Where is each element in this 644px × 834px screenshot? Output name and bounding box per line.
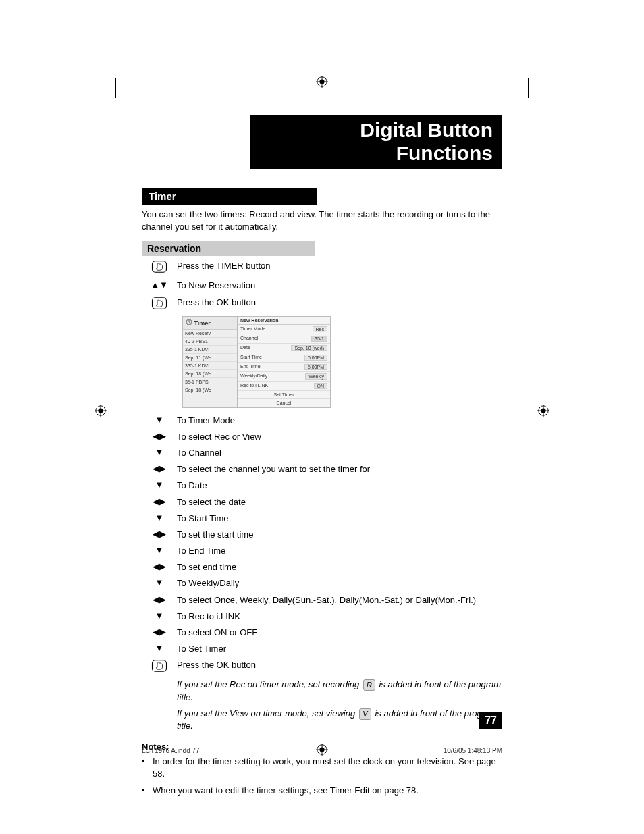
text: Press the O <box>177 297 223 307</box>
osd-field-label: Rec to i.LINK <box>240 383 268 389</box>
instruction-text: To Channel <box>177 447 502 459</box>
svg-rect-16 <box>153 261 167 273</box>
text: K <box>223 297 230 307</box>
instruction-text: Press the OK button <box>177 659 502 671</box>
bullet-icon: • <box>142 785 153 797</box>
osd-right-panel: New Reservation Timer ModeRecChannel35-1… <box>238 316 331 408</box>
osd-left-item: Sep. 18 (We <box>183 370 237 378</box>
osd-field-label: Weekly/Daily <box>240 373 267 380</box>
osd-left-item: 335-1 KDVI <box>183 362 237 370</box>
step-press-timer: Press the TIMER button <box>142 260 502 276</box>
note-text: When you want to edit the timer settings… <box>153 785 419 797</box>
left-right-arrow-icon: ◀▶ <box>142 561 177 571</box>
instruction-row: ◀▶To select Once, Weekly, Daily(Sun.-Sat… <box>142 594 502 606</box>
osd-field-value: Weekly <box>305 373 327 380</box>
osd-left-item: New Reserv. <box>183 330 237 338</box>
svg-line-20 <box>189 322 190 323</box>
step-to-new-reservation: ▲▼ To New Reservation <box>142 280 502 292</box>
note-text: In order for the timer setting to work, … <box>153 756 502 780</box>
osd-left-item: 335-1 KDVI <box>183 346 237 354</box>
text: To New Reservation <box>177 280 502 292</box>
instruction-row: ◀▶To set the start time <box>142 529 502 541</box>
down-arrow-icon: ▼ <box>142 415 177 425</box>
registration-mark-icon <box>316 744 328 756</box>
instruction-row: ▼To Set Timer <box>142 643 502 655</box>
osd-field-row: Start Time5:00PM <box>238 353 330 363</box>
left-right-arrow-icon: ◀▶ <box>142 463 177 473</box>
left-right-arrow-icon: ◀▶ <box>142 594 177 604</box>
text: button <box>244 261 271 271</box>
footer-right: 10/6/05 1:48:13 PM <box>444 747 502 754</box>
instruction-text: To Set Timer <box>177 643 502 655</box>
down-arrow-icon: ▼ <box>142 479 177 490</box>
osd-left-item: 35-1 PBPS <box>183 378 237 386</box>
osd-field-value: 6:00PM <box>304 364 327 370</box>
osd-field-row: End Time6:00PM <box>238 363 330 372</box>
instruction-text: To Date <box>177 479 502 492</box>
page-number: 77 <box>479 712 502 729</box>
instruction-text: To Rec to i.LINK <box>177 610 502 623</box>
osd-field-label: Date <box>240 345 250 351</box>
osd-left-item: 40-2 PBS1 <box>183 338 237 346</box>
note-view-added: If you set the View on timer mode, set v… <box>142 708 502 732</box>
subsection-heading-reservation: Reservation <box>142 241 315 256</box>
down-arrow-icon: ▼ <box>142 447 177 457</box>
text: button <box>229 297 256 307</box>
press-icon <box>151 296 167 310</box>
down-arrow-icon: ▼ <box>142 643 177 653</box>
left-right-arrow-icon: ◀▶ <box>142 529 177 539</box>
clock-icon <box>186 319 192 325</box>
press-icon <box>151 260 167 273</box>
down-arrow-icon: ▼ <box>142 577 177 588</box>
instruction-row: ▼To Rec to i.LINK <box>142 610 502 623</box>
note-rec-added: If you set the Rec on timer mode, set re… <box>142 679 502 703</box>
instruction-text: To select Rec or View <box>177 431 502 443</box>
note-item: •In order for the timer setting to work,… <box>142 756 502 780</box>
step-press-ok: Press the OK button <box>142 296 502 312</box>
osd-left-panel: Timer New Reserv.40-2 PBS1335-1 KDVISep.… <box>182 316 238 408</box>
note-item: •When you want to edit the timer setting… <box>142 785 502 797</box>
osd-field-row: DateSep. 10 (wed) <box>238 344 330 353</box>
instruction-text: To Timer Mode <box>177 415 502 427</box>
instruction-text: To select ON or OFF <box>177 627 502 639</box>
osd-field-row: Timer ModeRec <box>238 325 330 334</box>
instruction-text: To select Once, Weekly, Daily(Sun.-Sat.)… <box>177 594 502 606</box>
instruction-row: ◀▶To select ON or OFF <box>142 627 502 639</box>
osd-field-value: 5:00PM <box>304 355 327 361</box>
instruction-text: To End Time <box>177 545 502 557</box>
osd-field-value: Sep. 10 (wed) <box>291 345 327 351</box>
up-down-arrow-icon: ▲▼ <box>142 280 177 290</box>
footer-left: LCT1976 A.indd 77 <box>142 747 200 754</box>
instruction-text: To Weekly/Daily <box>177 577 502 590</box>
instruction-text: To select the channel you want to set th… <box>177 463 502 475</box>
instruction-row: ◀▶To select the channel you want to set … <box>142 463 502 475</box>
osd-field-row: Rec to i.LINKON <box>238 382 330 391</box>
osd-field-value: ON <box>314 383 328 389</box>
osd-field-row: Channel35-1 <box>238 334 330 344</box>
crop-mark <box>115 78 116 98</box>
instruction-row: ▼To End Time <box>142 545 502 557</box>
instruction-row: ◀▶To select Rec or View <box>142 431 502 443</box>
instruction-row: ▼To Start Time <box>142 513 502 525</box>
bullet-icon: • <box>142 756 153 780</box>
registration-mark-icon <box>95 405 107 417</box>
osd-field-label: Channel <box>240 336 258 342</box>
instruction-row: ▼To Weekly/Daily <box>142 577 502 590</box>
press-icon <box>142 659 177 675</box>
r-badge: R <box>363 679 375 691</box>
down-arrow-icon: ▼ <box>142 513 177 523</box>
instruction-row: ◀▶To set end time <box>142 561 502 573</box>
osd-set-timer-button: Set Timer <box>238 391 330 399</box>
osd-field-label: Timer Mode <box>240 326 265 332</box>
instruction-row: Press the OK button <box>142 659 502 675</box>
osd-left-title: Timer <box>183 317 237 330</box>
intro-text: You can set the two timers: Record and v… <box>142 209 502 233</box>
left-right-arrow-icon: ◀▶ <box>142 496 177 506</box>
crop-mark <box>528 78 529 98</box>
instruction-row: ▼To Timer Mode <box>142 415 502 427</box>
left-right-arrow-icon: ◀▶ <box>142 431 177 441</box>
osd-field-label: Start Time <box>240 355 262 361</box>
text: If you set the Rec on timer mode, set re… <box>177 679 362 689</box>
registration-mark-icon <box>316 76 328 88</box>
svg-rect-21 <box>153 660 167 672</box>
